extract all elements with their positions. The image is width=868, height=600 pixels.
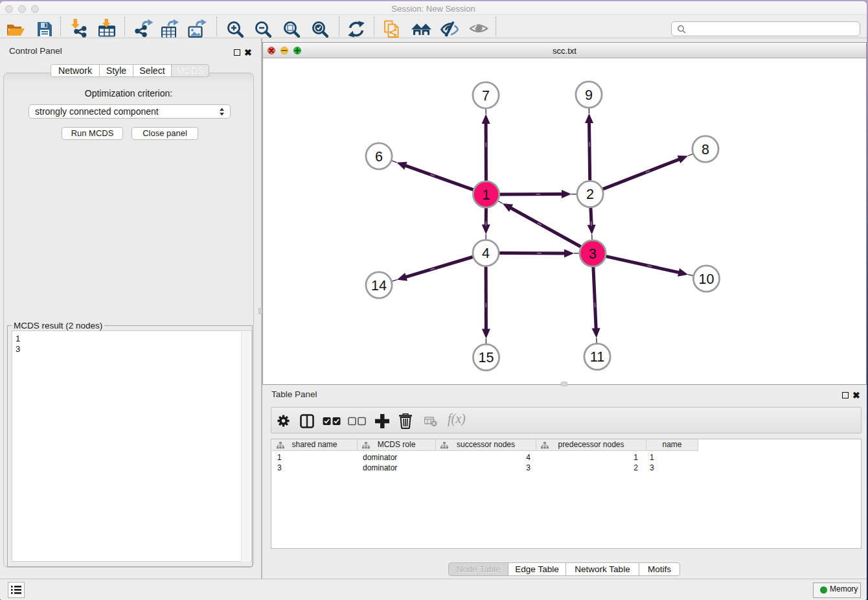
- svg-text:8: 8: [702, 142, 709, 157]
- svg-text:4: 4: [482, 246, 490, 261]
- svg-text:3: 3: [589, 246, 597, 262]
- svg-text:2: 2: [586, 187, 594, 202]
- svg-text:1: 1: [483, 187, 490, 203]
- svg-text:15: 15: [479, 350, 494, 365]
- svg-text:14: 14: [371, 278, 387, 294]
- svg-text:7: 7: [482, 88, 490, 104]
- svg-text:9: 9: [585, 87, 593, 103]
- svg-text:6: 6: [375, 149, 383, 165]
- svg-text:10: 10: [699, 271, 714, 287]
- svg-text:11: 11: [590, 349, 604, 365]
